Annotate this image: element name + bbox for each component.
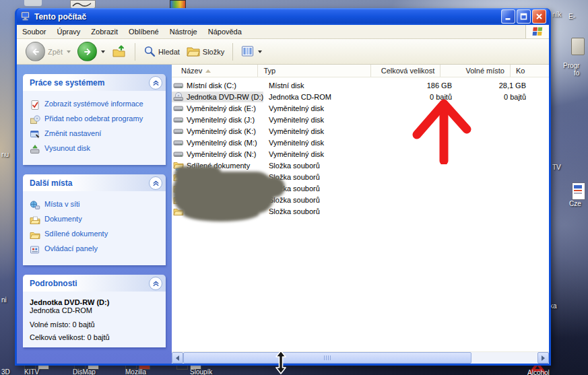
details-total-size: Celková velikost: 0 bajtů bbox=[30, 333, 162, 341]
desktop-icon-label[interactable]: nu bbox=[1, 151, 9, 158]
desktop-icon-label[interactable]: Mozilla bbox=[125, 368, 146, 375]
place-link[interactable]: Místa v síti bbox=[30, 200, 162, 211]
folders-icon bbox=[187, 45, 200, 59]
desktop-icon-document[interactable] bbox=[572, 182, 585, 200]
table-row[interactable]: Vyměnitelný disk (K:) Vyměnitelný disk bbox=[172, 125, 549, 137]
place-link[interactable]: Dokumenty bbox=[30, 215, 162, 226]
folder-up-icon bbox=[112, 44, 127, 60]
views-button[interactable] bbox=[238, 41, 265, 63]
scrollbar-track[interactable] bbox=[183, 352, 537, 364]
scrollbar-thumb[interactable] bbox=[183, 352, 471, 364]
menu-item[interactable]: Soubor bbox=[17, 26, 51, 38]
toolbar: Zpět bbox=[17, 39, 549, 65]
desktop-icon-label[interactable]: Progr bbox=[563, 62, 579, 69]
search-button[interactable]: Hledat bbox=[140, 41, 183, 63]
desktop-icon-label[interactable]: Alcohol bbox=[527, 369, 550, 375]
place-icon bbox=[30, 200, 40, 211]
desktop: ník E- Progr fo TV Cze ka Alcohol 3D KIT… bbox=[0, 0, 588, 375]
window-title: Tento počítač bbox=[34, 12, 500, 22]
panel-header[interactable]: Práce se systémem bbox=[23, 74, 166, 91]
task-pane: Práce se systémem Zobrazit systémové inf… bbox=[17, 65, 172, 364]
desktop-icon-label[interactable]: Cze bbox=[569, 200, 581, 207]
drive-icon bbox=[173, 80, 184, 91]
task-icon bbox=[30, 144, 40, 155]
toolbar-separator bbox=[135, 43, 135, 61]
toolbar-separator bbox=[232, 43, 233, 61]
my-computer-icon bbox=[20, 11, 31, 23]
panel-header[interactable]: Podrobnosti bbox=[23, 275, 166, 292]
collapse-chevron-icon[interactable] bbox=[149, 76, 162, 90]
menu-item[interactable]: Nástroje bbox=[164, 26, 203, 38]
resize-cursor-icon bbox=[273, 350, 289, 375]
desktop-icon-label[interactable]: KITV bbox=[24, 368, 39, 375]
desktop-icon-box[interactable] bbox=[571, 38, 585, 55]
column-header[interactable]: Ko bbox=[511, 65, 549, 77]
column-header[interactable]: Volné místo bbox=[440, 65, 511, 77]
titlebar[interactable]: Tento počítač bbox=[17, 8, 549, 25]
table-row[interactable]: Jednotka DVD-RW (D:) Jednotka CD-ROM 0 b… bbox=[172, 91, 549, 102]
desktop-icon-label[interactable]: E- bbox=[568, 13, 575, 20]
explorer-window: Tento počítač SouborÚpravyZobrazitOblíbe… bbox=[15, 8, 551, 366]
desktop-icon-label[interactable]: DisMap bbox=[73, 368, 96, 375]
close-button[interactable] bbox=[532, 9, 546, 24]
folders-button[interactable]: Složky bbox=[183, 41, 228, 63]
column-header[interactable]: Celková velikost bbox=[371, 65, 441, 77]
place-icon bbox=[30, 215, 40, 226]
menu-item[interactable]: Nápověda bbox=[203, 26, 247, 38]
task-link[interactable]: Zobrazit systémové informace bbox=[30, 100, 162, 110]
window-body: SouborÚpravyZobrazitOblíbenéNástrojeNápo… bbox=[17, 25, 549, 364]
desktop-icon-label[interactable]: TV bbox=[552, 164, 561, 171]
desktop-icon-label[interactable]: 3D bbox=[1, 368, 10, 375]
details-drive-type: Jednotka CD-ROM bbox=[30, 306, 162, 314]
details-free-space: Volné místo: 0 bajtů bbox=[30, 320, 162, 329]
desktop-icon-label[interactable]: fo bbox=[574, 69, 579, 77]
place-icon bbox=[30, 244, 40, 255]
maximize-button[interactable] bbox=[517, 9, 531, 24]
collapse-chevron-icon[interactable] bbox=[149, 277, 162, 290]
table-row[interactable]: Místní disk (C:) Místní disk 186 GB 28,1… bbox=[172, 79, 549, 91]
desktop-icon-partial[interactable] bbox=[24, 0, 42, 6]
sort-ascending-icon bbox=[205, 69, 211, 73]
panel-header[interactable]: Další místa bbox=[23, 174, 166, 191]
search-icon bbox=[143, 45, 156, 59]
forward-dropdown-icon[interactable] bbox=[101, 50, 105, 53]
collapse-chevron-icon[interactable] bbox=[149, 176, 162, 190]
task-link[interactable]: Změnit nastavení bbox=[30, 129, 162, 140]
task-icon bbox=[30, 100, 40, 110]
column-header[interactable]: Název bbox=[172, 65, 258, 77]
desktop-icon-label[interactable]: ni bbox=[1, 296, 7, 304]
panel-other-places: Další místa Místa v síti bbox=[23, 174, 166, 265]
folders-label: Složky bbox=[203, 48, 224, 56]
scroll-right-button[interactable] bbox=[537, 352, 549, 364]
views-dropdown-icon[interactable] bbox=[258, 50, 262, 53]
place-link[interactable]: Sdílené dokumenty bbox=[30, 230, 162, 240]
panel-system-tasks: Práce se systémem Zobrazit systémové inf… bbox=[23, 74, 166, 165]
column-header[interactable]: Typ bbox=[258, 65, 370, 77]
drive-icon bbox=[173, 92, 184, 102]
minimize-button[interactable] bbox=[501, 9, 515, 24]
forward-button[interactable] bbox=[74, 41, 108, 63]
desktop-icon-label[interactable]: Sloupík bbox=[190, 368, 212, 375]
desktop-icon-label[interactable]: ník bbox=[552, 11, 561, 18]
drive-icon bbox=[173, 103, 184, 114]
menu-item[interactable]: Zobrazit bbox=[86, 26, 123, 38]
task-link[interactable]: Vysunout disk bbox=[30, 144, 162, 155]
menu-item[interactable]: Oblíbené bbox=[123, 26, 164, 38]
back-dropdown-icon[interactable] bbox=[67, 50, 71, 53]
menu-item[interactable]: Úpravy bbox=[51, 26, 86, 38]
panel-title: Další místa bbox=[30, 178, 149, 188]
details-drive-name: Jednotka DVD-RW (D:) bbox=[30, 298, 162, 306]
back-button[interactable]: Zpět bbox=[22, 41, 74, 63]
task-icon bbox=[30, 129, 40, 140]
table-row[interactable]: Vyměnitelný disk (J:) Vyměnitelný disk bbox=[172, 114, 549, 125]
panel-title: Práce se systémem bbox=[30, 78, 149, 88]
table-row[interactable]: Vyměnitelný disk (E:) Vyměnitelný disk bbox=[172, 102, 549, 114]
place-link[interactable]: Ovládací panely bbox=[30, 244, 162, 255]
up-button[interactable] bbox=[108, 41, 130, 63]
table-row[interactable]: Vyměnitelný disk (N:) Vyměnitelný disk bbox=[172, 148, 549, 160]
table-row[interactable]: Vyměnitelný disk (M:) Vyměnitelný disk bbox=[172, 137, 549, 148]
drive-icon bbox=[173, 114, 184, 125]
horizontal-scrollbar[interactable] bbox=[172, 351, 549, 364]
task-link[interactable]: Přidat nebo odebrat programy bbox=[30, 114, 162, 125]
scroll-left-button[interactable] bbox=[172, 352, 183, 364]
